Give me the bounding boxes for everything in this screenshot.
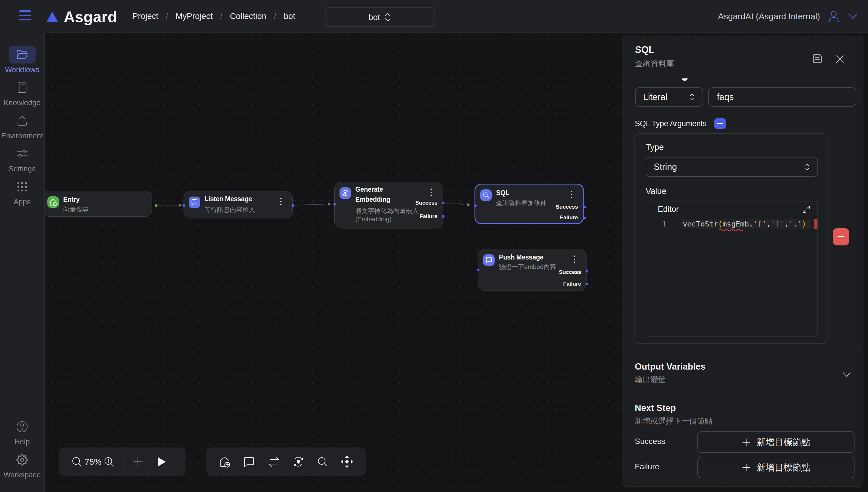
value-label: Value [646, 187, 666, 196]
output-port-success[interactable] [586, 270, 588, 273]
output-port-success[interactable] [584, 206, 586, 208]
input-port[interactable] [477, 269, 480, 271]
output-label-success: Success [415, 200, 437, 206]
select-updown-icon [384, 13, 391, 22]
output-port[interactable] [292, 204, 295, 207]
node-subtitle: 等待訊息內容輸入 [205, 206, 255, 214]
chevron-down-icon[interactable] [842, 370, 852, 379]
code-editor: Editor 1 vecToStr(msgEmb,'[',']',',') [646, 201, 818, 337]
gear-icon [9, 451, 35, 469]
sidebar-item-knowledge[interactable]: Knowledge [0, 79, 45, 107]
output-port-failure[interactable] [584, 217, 586, 220]
argument-type-value: String [654, 162, 677, 172]
workflow-select[interactable]: bot [325, 7, 435, 27]
output-port-failure[interactable] [586, 283, 588, 286]
output-port-failure[interactable] [442, 215, 444, 218]
panel-subtitle: 查詢資料庫 [635, 59, 674, 68]
expand-icon[interactable] [802, 205, 811, 214]
zoom-toolbar: 75% [59, 447, 185, 476]
sidebar-item-label: Knowledge [4, 98, 41, 107]
run-icon[interactable] [157, 457, 167, 467]
add-argument-button[interactable] [714, 118, 726, 129]
output-port-success[interactable] [442, 202, 444, 204]
sidebar-item-help[interactable]: Help [0, 418, 45, 446]
param-value-input[interactable]: faqs [708, 88, 856, 107]
close-icon[interactable] [835, 54, 845, 64]
sidebar-item-workspace[interactable]: Workspace [0, 451, 45, 479]
node-menu-icon[interactable] [571, 191, 572, 198]
add-entry-node-icon[interactable] [218, 456, 231, 468]
remove-argument-button[interactable] [833, 228, 849, 245]
argument-card: Type String Value Editor 1 [635, 133, 827, 344]
sidebar-item-settings[interactable]: Settings [0, 145, 45, 173]
zoom-level: 75% [83, 457, 103, 467]
folder-icon [9, 46, 35, 64]
add-target-node-failure-button[interactable]: 新增目標節點 [697, 457, 854, 478]
add-target-node-success-button[interactable]: 新增目標節點 [697, 432, 854, 453]
input-port[interactable] [474, 205, 477, 207]
add-node-icon[interactable] [133, 457, 143, 467]
param-type-select[interactable]: Literal [635, 88, 703, 107]
app-logo[interactable]: Asgard [47, 8, 117, 26]
breadcrumb-separator: / [220, 11, 222, 21]
next-step-success-label: Success [635, 437, 665, 446]
add-embedding-node-icon[interactable] [292, 456, 305, 468]
breadcrumb: Project / MyProject / Collection / bot [132, 0, 295, 32]
chat-bubble-icon [189, 197, 200, 208]
menu-icon[interactable] [19, 10, 31, 20]
node-menu-icon[interactable] [280, 198, 282, 205]
swap-arrows-icon[interactable] [267, 456, 280, 468]
breadcrumb-separator: / [274, 11, 276, 21]
output-label-success: Success [556, 204, 578, 210]
code-area[interactable]: 1 vecToStr(msgEmb,'[',']',',') [646, 217, 817, 336]
next-step-failure-label: Failure [635, 462, 660, 471]
chevron-down-icon [848, 13, 858, 20]
argument-type-select[interactable]: String [646, 157, 818, 177]
save-icon[interactable] [812, 53, 823, 64]
add-message-node-icon[interactable] [243, 456, 255, 468]
node-push-message[interactable]: Push Message 驗證一下embed內容 Success Failure [478, 249, 587, 291]
node-subtitle: 驗證一下embed內容 [499, 263, 556, 271]
node-listen-message[interactable]: Listen Message 等待訊息內容輸入 [183, 191, 293, 218]
output-label-failure: Failure [560, 214, 578, 221]
account-label: AsgardAI (Asgard Internal) [718, 11, 820, 21]
sidebar-item-label: Settings [9, 164, 35, 173]
sidebar-item-apps[interactable]: Apps [0, 178, 45, 206]
output-port[interactable] [155, 204, 158, 207]
node-entry[interactable]: Entry 向量搜尋 [45, 191, 152, 217]
breadcrumb-bot[interactable]: bot [284, 11, 295, 21]
output-label-failure: Failure [563, 281, 581, 287]
breadcrumb-myproject[interactable]: MyProject [176, 11, 212, 21]
upload-icon [9, 112, 35, 130]
code-line[interactable]: vecToStr(msgEmb,'[',']',',') [683, 220, 806, 228]
search-icon[interactable] [317, 456, 328, 468]
help-icon [9, 418, 35, 436]
node-generate-embedding[interactable]: Generate Embedding 將文字轉化為向量嵌入 (Embedding… [334, 182, 443, 228]
chat-bubble-icon [483, 254, 494, 266]
sidebar-item-environment[interactable]: Environment [0, 112, 45, 140]
code-token: ']' [771, 220, 784, 228]
sliders-icon [9, 145, 35, 163]
node-menu-icon[interactable] [574, 255, 576, 263]
account-menu[interactable]: AsgardAI (Asgard Internal) [718, 0, 858, 32]
breadcrumb-project[interactable]: Project [132, 11, 158, 21]
next-step-subtitle: 新增或選擇下一個節點 [635, 416, 712, 426]
line-number: 1 [662, 220, 666, 228]
zoom-out-icon[interactable] [71, 456, 83, 468]
breadcrumb-collection[interactable]: Collection [230, 11, 266, 21]
zoom-in-icon[interactable] [103, 456, 115, 468]
move-icon[interactable] [340, 455, 354, 468]
plus-icon [742, 463, 750, 472]
topbar: Asgard Project / MyProject / Collection … [0, 0, 868, 32]
scrolled-element-peek [674, 78, 700, 84]
sidebar-item-workflows[interactable]: Workflows [0, 46, 45, 74]
node-menu-icon[interactable] [431, 189, 432, 196]
node-sql[interactable]: SQL 查詢資料庫加條件 Success Failure [475, 183, 584, 224]
input-port[interactable] [333, 203, 336, 206]
node-subtitle: 查詢資料庫加條件 [496, 199, 546, 207]
sql-type-arguments-label: SQL Type Arguments [635, 119, 707, 128]
node-subtitle: 向量搜尋 [63, 206, 88, 213]
sidebar: Workflows Knowledge Environment Settings… [0, 32, 45, 492]
logo-triangle-icon [47, 11, 58, 22]
input-port[interactable] [183, 204, 185, 207]
